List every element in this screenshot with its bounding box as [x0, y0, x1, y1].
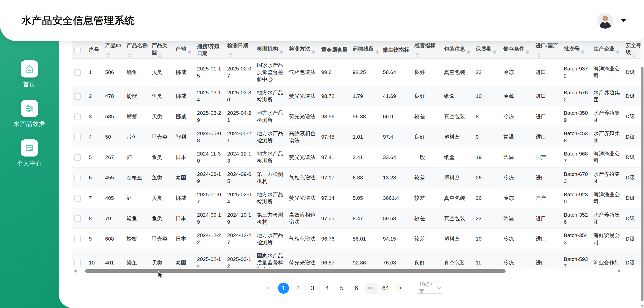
row-checkbox[interactable] — [74, 93, 81, 100]
cell-value: 97.45 — [321, 134, 335, 140]
scroll-down-arrow-icon[interactable] — [641, 305, 643, 307]
table-row: 450带鱼甲壳类智利2024-05-082024-05-21地方水产品检测所高效… — [72, 127, 644, 147]
column-header-shelf_life[interactable]: 保质期 — [474, 41, 501, 59]
row-checkbox[interactable] — [74, 195, 81, 202]
product-table-wrapper[interactable]: 序号产品ID产品名称产品类型产地捕捞/养殖日期检测日期检测机构检测方法重金属含量… — [72, 41, 644, 268]
column-header-test_agency[interactable]: 检测机构 — [255, 41, 287, 59]
cell-shelf_life: 8 — [474, 106, 501, 127]
cell-sensory: 良好 — [412, 59, 442, 86]
page-button-4[interactable]: 4 — [322, 283, 333, 294]
page-button-3[interactable]: 3 — [307, 283, 318, 294]
cell-packaging: 纸盒 — [442, 147, 474, 168]
page-button-64[interactable]: 64 — [380, 283, 391, 294]
cell-heavy_metal: 96.57 — [319, 249, 351, 268]
vertical-scrollbar[interactable] — [640, 42, 644, 308]
cell-value: 海洋渔业公司 — [593, 66, 620, 79]
cell-value: 19 — [476, 154, 481, 160]
cell-value: 6 — [89, 175, 92, 180]
cell-test_date: 2025-02-04 — [225, 188, 255, 208]
column-header-product_id[interactable]: 产品ID — [103, 41, 125, 59]
cell-microbe: 59.58 — [381, 208, 412, 229]
column-header-batch_no[interactable]: 批次号 — [562, 41, 591, 59]
column-header-import_domestic[interactable]: 进口/国产 — [534, 41, 562, 59]
sidebar-item-profile[interactable]: 个人中心 — [17, 139, 42, 167]
cell-shelf_life: 19 — [474, 147, 501, 168]
column-label: 药物残留 — [353, 46, 374, 52]
cell-product_type: 鱼类 — [150, 168, 174, 188]
cell-product_type: 鱼类 — [150, 208, 174, 229]
horizontal-scrollbar-thumb[interactable] — [85, 269, 506, 273]
cell-value: Batch-5762 — [564, 90, 588, 102]
cell-heavy_metal: 98.72 — [319, 86, 351, 106]
row-checkbox[interactable] — [74, 113, 81, 120]
sidebar-item-label: 首页 — [23, 80, 36, 88]
page-button-6[interactable]: 6 — [351, 283, 362, 294]
next-page-button[interactable]: > — [395, 283, 406, 294]
cell-shelf_life: 23 — [474, 208, 501, 229]
cell-value: 常温 — [503, 134, 514, 140]
row-checkbox[interactable] — [74, 175, 81, 181]
cell-index: 3 — [87, 106, 103, 127]
cell-value: 地方水产品检测所 — [257, 191, 283, 204]
select-all-checkbox[interactable] — [74, 47, 81, 53]
page-button-1[interactable]: 1 — [278, 283, 289, 294]
scroll-left-arrow-icon[interactable] — [74, 269, 76, 273]
row-checkbox[interactable] — [74, 154, 81, 161]
column-header-producer[interactable]: 生产企业 — [591, 41, 624, 59]
cell-heavy_metal: 97.45 — [319, 127, 351, 147]
column-header-packaging[interactable]: 包装信息 — [442, 41, 474, 59]
cell-value: 92.86 — [353, 260, 366, 265]
page-button-5[interactable]: 5 — [336, 283, 347, 294]
cell-value: 2025-03-30 — [227, 90, 251, 102]
cell-heavy_metal: 99.6 — [319, 59, 351, 86]
cell-value: 7 — [89, 195, 92, 201]
row-checkbox[interactable] — [74, 260, 81, 266]
column-header-test_date[interactable]: 检测日期 — [225, 41, 255, 59]
cell-storage: 冷冻 — [501, 168, 534, 188]
sidebar-item-aquatic-data[interactable]: 水产品数据 — [14, 100, 45, 128]
cell-test_date: 2025-02-07 — [225, 59, 255, 86]
cell-value: 8.47 — [353, 215, 363, 221]
sidebar-item-home[interactable]: 首页 — [21, 60, 38, 88]
cell-origin: 日本 — [174, 208, 195, 229]
cell-value: 纸盒 — [444, 154, 455, 160]
column-label: 检测方法 — [289, 46, 310, 52]
column-label: 微生物指标 — [383, 47, 409, 53]
table-row: 6455金枪鱼鱼类泰国2024-08-192024-09-05第三方检测机构气相… — [72, 168, 644, 188]
cell-storage: 常温 — [501, 147, 534, 168]
cell-test_agency: 第三方检测机构 — [255, 208, 287, 229]
cell-heavy_metal: 97.17 — [319, 168, 351, 188]
column-header-storage[interactable]: 储存条件 — [501, 41, 534, 59]
scroll-right-arrow-icon[interactable] — [618, 269, 620, 273]
cell-value: 高效液相色谱法 — [289, 212, 315, 225]
cell-value: 5 — [89, 154, 92, 160]
column-header-test_method[interactable]: 检测方法 — [287, 41, 319, 59]
column-header-origin[interactable]: 产地 — [174, 41, 195, 59]
vertical-scrollbar-thumb[interactable] — [641, 67, 643, 301]
cell-value: 地方水产品检测所 — [257, 130, 283, 143]
cell-index: 2 — [87, 86, 103, 106]
row-checkbox[interactable] — [74, 215, 81, 222]
prev-page-button[interactable]: < — [263, 283, 274, 294]
column-header-sensory[interactable]: 感官指标 — [412, 41, 442, 59]
cell-index: 9 — [87, 229, 103, 249]
cell-select — [72, 86, 87, 106]
column-header-product_type[interactable]: 产品类型 — [150, 41, 174, 59]
cell-value: 鱼类 — [152, 93, 162, 99]
horizontal-scrollbar[interactable] — [73, 269, 621, 273]
page-size-select[interactable]: 10条/页 — [416, 283, 443, 294]
column-header-drug_residue[interactable]: 药物残留 — [351, 41, 381, 59]
page-button-2[interactable]: 2 — [293, 283, 304, 294]
row-checkbox[interactable] — [74, 236, 81, 242]
cell-value: 水产养殖集团 — [593, 171, 620, 184]
cell-value: 金枪鱼 — [127, 175, 142, 180]
row-checkbox[interactable] — [74, 134, 81, 140]
pagination-ellipsis[interactable]: ••• — [366, 283, 377, 294]
cell-index: 4 — [87, 127, 103, 147]
user-menu[interactable] — [597, 13, 626, 29]
cell-value: Batch-9230 — [564, 191, 588, 204]
row-checkbox[interactable] — [74, 69, 81, 76]
column-header-product_name[interactable]: 产品名称 — [125, 41, 150, 59]
cell-value: D级 — [626, 113, 635, 119]
cell-value: 9 — [89, 236, 92, 242]
